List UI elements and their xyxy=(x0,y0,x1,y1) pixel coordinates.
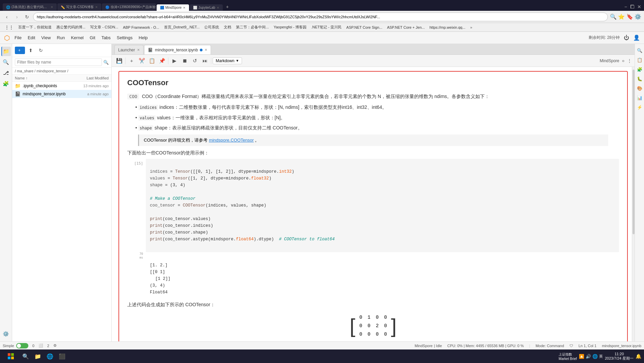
column-modified-header[interactable]: Last Modified xyxy=(65,76,109,80)
tray-lang-icon[interactable]: 英 xyxy=(599,354,603,359)
menu-settings[interactable]: Settings xyxy=(114,34,135,42)
taskbar-terminal[interactable]: ⬛ xyxy=(57,351,68,362)
tab-notebook[interactable]: 📓 mindspore_tensor.ipynb ✕ xyxy=(144,45,211,54)
tray-sound-icon[interactable]: 🔊 xyxy=(586,354,591,359)
clock-display[interactable]: 11:20 2023/7/24 星期一 xyxy=(605,352,634,361)
column-name-header[interactable]: Name ↑ xyxy=(15,76,65,80)
tray-icon-1[interactable]: 🔼 xyxy=(579,354,584,359)
power-icon[interactable]: ⏻ xyxy=(624,35,629,41)
cut-cell-button[interactable]: ✂️ xyxy=(137,56,146,66)
windows-start-button[interactable] xyxy=(3,350,19,362)
right-sidebar-icon-7[interactable]: ⚡ xyxy=(636,103,643,111)
right-sidebar-icon-3[interactable]: 🧩 xyxy=(636,66,643,73)
menu-kernel[interactable]: Kernel xyxy=(68,34,86,42)
file-item-checkpoints[interactable]: 📁 .ipynb_checkpoints 13 minutes ago xyxy=(12,82,111,90)
scrollbar-thumb[interactable] xyxy=(633,70,635,234)
toggle-track[interactable] xyxy=(16,343,28,348)
bookmark-10[interactable]: .NET笔记 - 蛮川民 xyxy=(309,24,344,30)
bookmark-3[interactable]: 写文章 - CSDN... xyxy=(88,24,120,30)
tab-close-5[interactable]: ✕ xyxy=(217,6,219,9)
taskbar-file-explorer[interactable]: 📁 xyxy=(32,351,43,362)
browser-tab-4[interactable]: 🟦 MindSpore ✕ xyxy=(157,4,189,11)
note-link[interactable]: mindspore.COOTensor xyxy=(209,138,254,143)
bookmark-4[interactable]: ABP Framework - O... xyxy=(121,25,161,30)
launcher-tab-close[interactable]: ✕ xyxy=(137,48,140,52)
add-cell-button[interactable]: + xyxy=(127,56,136,66)
right-sidebar-icon-4[interactable]: 🐛 xyxy=(636,75,643,82)
taskbar-search-button[interactable]: 🔍 xyxy=(20,351,31,362)
browser-tab-1[interactable]: 🌐 (3条消息) 惠公繁代码_惠公系列... ✕ xyxy=(3,3,57,11)
paste-cell-button[interactable]: 📌 xyxy=(157,56,167,66)
bookmark-7[interactable]: 文档 xyxy=(222,24,233,30)
menu-tabs[interactable]: Tabs xyxy=(99,34,113,42)
interrupt-button[interactable]: ⏹ xyxy=(180,56,189,66)
tab-launcher[interactable]: Launcher ✕ xyxy=(114,45,143,54)
sidebar-icon-files[interactable]: 📁 xyxy=(1,47,11,56)
more-bookmarks[interactable]: » xyxy=(468,25,474,30)
sidebar-icon-settings[interactable]: ⚙️ xyxy=(1,329,11,339)
refresh-button[interactable]: ↻ xyxy=(36,46,45,55)
browser-tab-2[interactable]: ✏️ 写文章-CSDN博客 ✕ xyxy=(57,3,101,11)
bookmark-6[interactable]: 公司系统 xyxy=(202,24,221,30)
bookmark-2[interactable]: 惠公繁代码的博... xyxy=(54,24,87,30)
close-button[interactable]: ✕ xyxy=(637,4,641,9)
taskbar-browser[interactable]: 🌐 xyxy=(45,351,55,362)
save-button[interactable]: 💾 xyxy=(114,56,124,66)
bullet-indices: • indices indices：二维整数张量，每行代表非零元素下标，形状：[… xyxy=(135,103,619,111)
browser-tab-3[interactable]: 🔵 徐涛+13960699696+产品体验评... ✕ xyxy=(102,3,156,11)
max-button[interactable]: ⧠ xyxy=(630,4,635,9)
copy-cell-button[interactable]: 📋 xyxy=(147,56,157,66)
share-icon[interactable]: ⋮ xyxy=(627,58,632,64)
notebook-tab-close[interactable]: ✕ xyxy=(205,48,207,52)
tab-close-4[interactable]: ✕ xyxy=(183,6,186,9)
matrix-row-1: 0100 xyxy=(359,313,387,322)
code-block[interactable]: indices = Tensor([[0, 1], [1, 2]], dtype… xyxy=(146,159,619,252)
min-button[interactable]: − xyxy=(624,4,627,9)
back-button[interactable]: ‹ xyxy=(3,13,11,21)
new-tab-button[interactable]: + xyxy=(223,3,232,11)
sidebar-icon-search[interactable]: 🔍 xyxy=(1,57,11,67)
sidebar-icon-extensions[interactable]: 🧩 xyxy=(1,79,11,89)
restart-run-button[interactable]: ⏭ xyxy=(200,56,210,66)
right-sidebar-icon-6[interactable]: 📊 xyxy=(636,94,643,101)
menu-file[interactable]: File xyxy=(12,34,24,42)
address-input[interactable] xyxy=(33,13,608,21)
menu-edit[interactable]: Edit xyxy=(25,34,38,42)
tab-close-1[interactable]: ✕ xyxy=(51,5,53,9)
right-sidebar-icon-5[interactable]: 🎨 xyxy=(636,84,643,92)
menu-git[interactable]: Git xyxy=(87,34,98,42)
reload-button[interactable]: ↻ xyxy=(23,13,31,21)
user-icon[interactable]: 👤 xyxy=(633,34,640,41)
mode-toggle[interactable]: Simple xyxy=(3,343,28,348)
menu-view[interactable]: View xyxy=(38,34,53,42)
bookmark-13[interactable]: https://mp.weixin.qq... xyxy=(427,25,467,30)
right-sidebar-icon-2[interactable]: 📋 xyxy=(636,56,643,64)
notification-icon[interactable]: 🔔 xyxy=(636,354,641,359)
browser-tab-5[interactable]: ⬜ JupyterLab ✕ xyxy=(190,4,222,11)
tab-label-3: 徐涛+13960699696+产品体验评... xyxy=(111,5,156,9)
new-button[interactable]: + xyxy=(15,47,25,54)
tray-network-icon[interactable]: 🌐 xyxy=(592,354,598,359)
stocks-widget[interactable]: 上证指数 Market Brief xyxy=(559,352,577,361)
bookmark-baidu[interactable]: 百度一下，你就知道 xyxy=(16,24,54,30)
bookmark-5[interactable]: 首页_Dotnet9_.NET... xyxy=(162,24,202,30)
bookmark-12[interactable]: ASP.NET Core + Jen... xyxy=(385,25,427,30)
sidebar-icon-git[interactable]: ⎇ xyxy=(1,68,11,78)
scrollbar-track[interactable] xyxy=(632,67,635,341)
bookmark-11[interactable]: ASP.NET Core Sign... xyxy=(344,25,384,30)
file-search-input[interactable] xyxy=(15,58,102,66)
restart-button[interactable]: ↺ xyxy=(190,56,199,66)
run-cell-button[interactable]: ▶ xyxy=(170,56,179,66)
bookmark-9[interactable]: Yaopengfei - 博客园 xyxy=(272,24,309,30)
tab-close-2[interactable]: ✕ xyxy=(95,5,98,9)
right-sidebar-icon-1[interactable]: 🔍 xyxy=(636,47,643,54)
forward-button[interactable]: › xyxy=(13,13,21,21)
file-item-notebook[interactable]: 📓 mindspore_tensor.ipynb a minute ago xyxy=(12,90,111,98)
cell-type-dropdown[interactable]: Markdown ▼ xyxy=(213,57,242,64)
menu-help[interactable]: Help xyxy=(136,34,151,42)
extensions-area: 🔍 ⭐ 🔖 ⚙️ xyxy=(610,14,641,20)
bookmark-8[interactable]: 第二节：必备中间... xyxy=(234,24,271,30)
upload-button[interactable]: ⬆ xyxy=(26,46,35,55)
apps-icon[interactable]: ⋮⋮ xyxy=(3,24,16,30)
menu-run[interactable]: Run xyxy=(54,34,68,42)
